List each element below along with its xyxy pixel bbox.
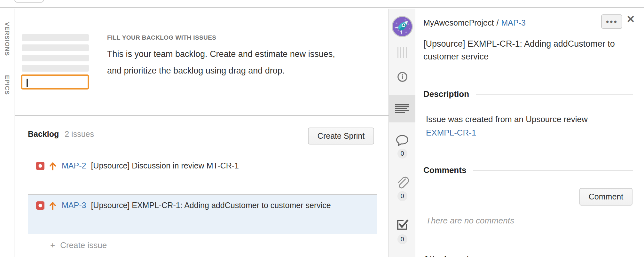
checklist-count-badge: 0: [389, 234, 415, 244]
issue-summary: [Upsource] Discussion in review MT-CR-1: [91, 161, 239, 170]
project-avatar[interactable]: [392, 16, 413, 37]
issue-key-link[interactable]: MAP-2: [62, 161, 86, 170]
empty-state-line1: This is your team backlog. Create and es…: [107, 49, 335, 59]
section-divider: [476, 94, 633, 95]
close-panel-button[interactable]: ✕: [626, 14, 635, 24]
empty-state-heading: FILL YOUR BACKLOG WITH ISSUES: [107, 34, 216, 41]
panel-drag-handle-icon[interactable]: [389, 47, 415, 58]
detail-content: MyAwesomeProject/MAP-3 ●●● ✕ [Upsource] …: [415, 9, 644, 257]
empty-state-line2: and prioritize the backlog using drag an…: [107, 66, 285, 76]
breadcrumb-separator: /: [496, 18, 499, 27]
new-item-input-box: [21, 74, 89, 90]
description-text: Issue was created from an Upsource revie…: [426, 114, 588, 124]
issue-row[interactable]: MAP-2 [Upsource] Discussion in review MT…: [28, 155, 377, 194]
section-divider: [473, 170, 633, 171]
issue-row-selected[interactable]: MAP-3 [Upsource] EXMPL-CR-1: Adding addC…: [28, 194, 377, 234]
comments-section-header: Comments: [423, 165, 633, 175]
skeleton-bar: [22, 34, 89, 41]
agile-board-screen: VERSIONS EPICS FILL YOUR BACKLOG WITH IS…: [0, 0, 644, 257]
breadcrumb-issue-key-link[interactable]: MAP-3: [501, 18, 525, 27]
backlog-issue-list: MAP-2 [Upsource] Discussion in review MT…: [28, 155, 377, 234]
description-review-link[interactable]: EXMPL-CR-1: [426, 128, 476, 138]
issue-title: [Upsource] EXMPL-CR-1: Adding addCustome…: [423, 37, 628, 63]
description-icon: [395, 104, 410, 114]
attachments-tab[interactable]: [389, 176, 415, 190]
description-heading: Description: [423, 89, 469, 99]
backlog-main-panel: FILL YOUR BACKLOG WITH ISSUES This is yo…: [15, 9, 389, 257]
paperclip-icon: [395, 176, 409, 190]
backlog-title: Backlog: [28, 129, 59, 139]
info-icon: [397, 72, 408, 82]
issue-key-link[interactable]: MAP-3: [62, 201, 86, 210]
new-item-input[interactable]: [22, 76, 88, 88]
create-issue-link[interactable]: + Create issue: [50, 240, 107, 250]
more-actions-button[interactable]: ●●●: [601, 14, 622, 29]
checklist-tab[interactable]: [389, 219, 415, 231]
text-caret: [27, 79, 28, 87]
issue-summary: [Upsource] EXMPL-CR-1: Adding addCustome…: [91, 201, 331, 210]
breadcrumb: MyAwesomeProject/MAP-3: [423, 18, 526, 27]
attachments-count-badge: 0: [389, 191, 415, 201]
versions-tab[interactable]: VERSIONS: [4, 22, 11, 56]
create-sprint-button[interactable]: Create Sprint: [308, 128, 374, 144]
backlog-empty-state: FILL YOUR BACKLOG WITH ISSUES This is yo…: [15, 9, 389, 116]
backlog-header: Backlog 2 issues: [28, 129, 94, 139]
checkbox-check-icon: [396, 219, 409, 231]
comments-heading: Comments: [423, 165, 466, 175]
bug-type-icon: [36, 201, 44, 210]
description-tab[interactable]: [389, 95, 415, 122]
create-issue-label: Create issue: [60, 240, 107, 250]
toolbar-partial-button[interactable]: [14, 0, 44, 3]
priority-high-icon: [49, 201, 56, 211]
priority-high-icon: [49, 162, 56, 172]
no-comments-text: There are no comments: [426, 216, 514, 226]
epics-tab[interactable]: EPICS: [4, 75, 11, 95]
comment-bubble-icon: [396, 135, 409, 147]
skeleton-bar: [22, 55, 89, 61]
top-toolbar: [0, 0, 644, 8]
attachments-heading: Attachments: [423, 254, 474, 257]
breadcrumb-project[interactable]: MyAwesomeProject: [423, 18, 494, 27]
description-section-header: Description: [423, 89, 633, 99]
skeleton-bar: [22, 44, 89, 51]
issue-detail-panel: 0 0 0 MyAwesomeProject: [389, 9, 644, 257]
detail-icon-rail: 0 0 0: [389, 9, 415, 257]
comment-button[interactable]: Comment: [579, 188, 632, 206]
info-tab[interactable]: [389, 72, 415, 82]
comments-count-badge: 0: [389, 149, 415, 159]
backlog-issue-count: 2 issues: [65, 129, 94, 139]
skeleton-bar: [22, 65, 89, 72]
bug-type-icon: [36, 162, 44, 170]
left-sidebar-rail: VERSIONS EPICS: [0, 9, 14, 257]
comments-tab[interactable]: [389, 135, 415, 147]
plus-icon: +: [50, 240, 55, 250]
